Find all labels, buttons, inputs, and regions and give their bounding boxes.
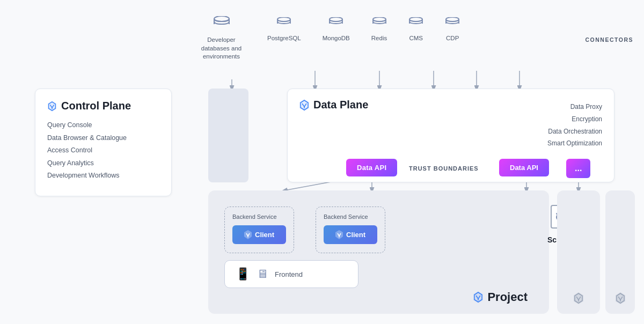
- connectors-row: Developer databases and environments Pos…: [196, 16, 612, 61]
- mobile-icon: 📱: [236, 267, 250, 281]
- frontend-label: Frontend: [275, 270, 303, 278]
- control-plane-title: Control Plane: [47, 100, 159, 112]
- postgresql-icon: [276, 16, 291, 33]
- cp-menu-data-browser: Data Browser & Catalogue: [47, 134, 159, 143]
- feature-data-orchestration: Data Orchestration: [547, 126, 602, 138]
- feature-smart-optimization: Smart Optimization: [547, 137, 602, 150]
- cp-menu-query-console: Query Console: [47, 121, 159, 130]
- project-label: Project: [473, 290, 528, 304]
- redis-label: Redis: [371, 35, 387, 41]
- connector-item-dev-db: Developer databases and environments: [196, 16, 247, 61]
- hasura-logo-icon-2: [299, 99, 309, 111]
- data-api-dots-button[interactable]: ...: [566, 159, 590, 178]
- project-area: Backend Service Client Backend Service: [208, 190, 549, 314]
- mongodb-label: MongoDB: [323, 35, 350, 41]
- hasura-logo-icon: [47, 101, 57, 112]
- cms-icon: [408, 16, 423, 33]
- project-box-3: [605, 190, 635, 314]
- gray-sidebar-panel: [208, 89, 248, 182]
- connector-item-cdp: CDP: [445, 16, 460, 41]
- backend-service-label-1: Backend Service: [232, 213, 286, 220]
- cms-label: CMS: [409, 35, 423, 41]
- frontend-box: 📱 🖥 Frontend: [224, 260, 358, 288]
- cp-menu-access-control: Access Control: [47, 146, 159, 156]
- connector-item-mongodb: MongoDB: [323, 16, 350, 41]
- project-box-2: [557, 190, 600, 314]
- cdp-icon: [445, 16, 460, 33]
- data-api-button-2[interactable]: Data API: [499, 159, 549, 176]
- dev-db-icon: [213, 16, 230, 34]
- client-button-2[interactable]: Client: [324, 225, 377, 244]
- desktop-icon: 🖥: [257, 267, 268, 281]
- connector-item-redis: Redis: [371, 16, 387, 41]
- cp-menu-query-analytics: Query Analytics: [47, 159, 159, 168]
- backend-service-box-1: Backend Service Client: [224, 207, 294, 253]
- feature-encryption: Encryption: [547, 113, 602, 126]
- postgresql-label: PostgreSQL: [267, 35, 301, 41]
- data-api-button-1[interactable]: Data API: [346, 159, 397, 176]
- hasura-icon-project-2: [574, 292, 583, 304]
- client-button-1[interactable]: Client: [232, 225, 286, 244]
- main-container: Developer databases and environments Pos…: [0, 0, 644, 324]
- cdp-label: CDP: [446, 35, 459, 41]
- trust-boundaries-label: TRUST BOUNDARIES: [409, 165, 479, 172]
- data-plane-features: Data Proxy Encryption Data Orchestration…: [547, 101, 602, 150]
- project-hasura-icon: [473, 291, 483, 303]
- mongodb-icon: [328, 16, 343, 33]
- hasura-icon-project-3: [616, 292, 625, 304]
- client-hasura-icon-1: [244, 230, 252, 239]
- connector-item-cms: CMS: [408, 16, 423, 41]
- cp-menu-dev-workflows: Development Workflows: [47, 171, 159, 181]
- backend-service-label-2: Backend Service: [324, 213, 377, 220]
- connectors-label: CONNECTORS: [586, 36, 633, 43]
- connector-item-postgresql: PostgreSQL: [267, 16, 301, 41]
- feature-data-proxy: Data Proxy: [547, 101, 602, 113]
- backend-service-box-2: Backend Service Client: [316, 207, 385, 253]
- dev-db-label: Developer databases and environments: [196, 36, 247, 61]
- redis-icon: [372, 16, 387, 33]
- client-hasura-icon-2: [335, 230, 343, 239]
- control-plane-box: Control Plane Query Console Data Browser…: [35, 89, 172, 196]
